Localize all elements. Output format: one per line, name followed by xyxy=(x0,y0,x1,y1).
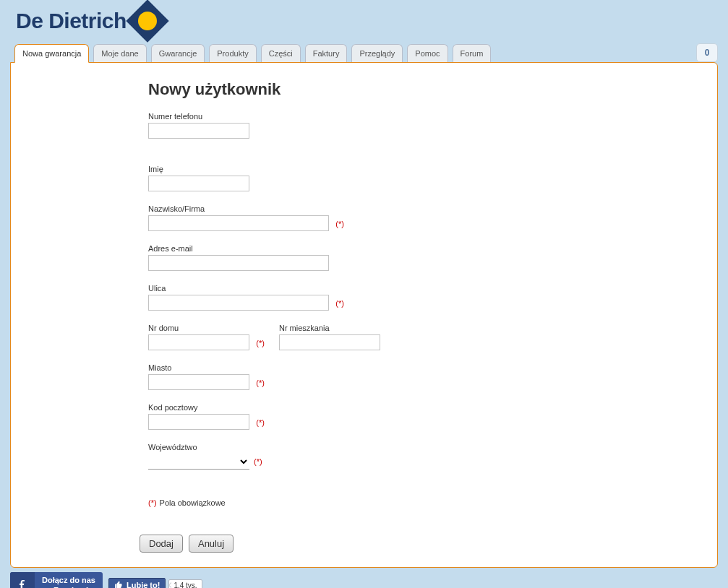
page-title: Nowy użytkownik xyxy=(148,80,703,99)
phone-label: Numer telefonu xyxy=(148,112,703,121)
tab-moje-dane[interactable]: Moje dane xyxy=(93,44,146,62)
tab-nowa-gwarancja[interactable]: Nowa gwarancja xyxy=(14,44,89,63)
required-mark: (*) xyxy=(335,299,344,308)
submit-button[interactable]: Dodaj xyxy=(140,535,183,553)
apt-no-input[interactable] xyxy=(279,334,380,350)
city-label: Miasto xyxy=(148,363,703,372)
apt-no-label: Nr mieszkania xyxy=(279,324,380,332)
facebook-like-button[interactable]: Lubię to! xyxy=(108,578,166,588)
first-name-input[interactable] xyxy=(148,176,249,191)
facebook-join-line2: na Facebooku xyxy=(42,585,95,588)
region-select[interactable] xyxy=(148,454,249,470)
basket-count: 0 xyxy=(705,48,710,58)
email-input[interactable] xyxy=(148,255,329,271)
brand-logo-icon xyxy=(124,0,171,45)
phone-input[interactable] xyxy=(148,123,249,139)
footer-bar: Dołącz do nas na Facebooku Lubię to! 1,4… xyxy=(10,572,718,588)
facebook-icon xyxy=(10,572,35,588)
required-note: (*)Pola obowiązkowe xyxy=(148,498,703,507)
house-no-input[interactable] xyxy=(148,334,249,350)
form-panel: Nowy użytkownik Numer telefonu Imię Nazw… xyxy=(10,62,718,568)
tab-forum[interactable]: Forum xyxy=(453,44,492,62)
facebook-like-label: Lubię to! xyxy=(127,581,160,588)
street-label: Ulica xyxy=(148,284,703,293)
facebook-like-count: 1,4 tys. xyxy=(168,579,202,589)
first-name-label: Imię xyxy=(148,165,703,173)
cancel-button[interactable]: Anuluj xyxy=(189,535,234,553)
required-mark: (*) xyxy=(256,379,265,387)
house-no-label: Nr domu xyxy=(148,324,265,332)
required-mark: (*) xyxy=(335,220,344,228)
brand-header: De Dietrich xyxy=(10,4,718,43)
tab-czesci[interactable]: Części xyxy=(261,44,301,62)
street-input[interactable] xyxy=(148,295,329,311)
thumb-up-icon xyxy=(114,581,123,588)
tab-pomoc[interactable]: Pomoc xyxy=(407,44,447,62)
brand-name: De Dietrich xyxy=(16,9,127,33)
facebook-join-line1: Dołącz do nas xyxy=(42,575,95,585)
region-label: Województwo xyxy=(148,443,703,451)
last-name-input[interactable] xyxy=(148,215,329,231)
required-mark: (*) xyxy=(256,418,265,427)
postal-input[interactable] xyxy=(148,414,249,430)
tabs-bar: Nowa gwarancja Moje dane Gwarancje Produ… xyxy=(10,43,718,62)
city-input[interactable] xyxy=(148,374,249,390)
tab-faktury[interactable]: Faktury xyxy=(305,44,348,62)
email-label: Adres e-mail xyxy=(148,244,703,253)
basket-indicator[interactable]: 0 xyxy=(696,43,718,62)
tab-przeglady[interactable]: Przeglądy xyxy=(351,44,403,62)
facebook-join-button[interactable]: Dołącz do nas na Facebooku xyxy=(10,572,103,588)
postal-label: Kod pocztowy xyxy=(148,403,703,412)
last-name-label: Nazwisko/Firma xyxy=(148,204,703,213)
required-mark: (*) xyxy=(256,339,265,347)
tab-produkty[interactable]: Produkty xyxy=(209,44,256,62)
tab-gwarancje[interactable]: Gwarancje xyxy=(151,44,205,62)
required-mark: (*) xyxy=(254,457,262,466)
